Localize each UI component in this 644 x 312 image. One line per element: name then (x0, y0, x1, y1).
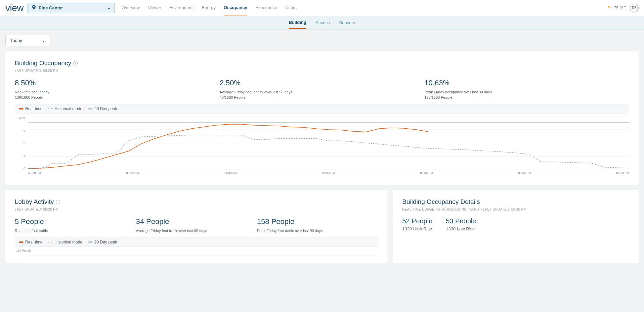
subtab-access[interactable]: Access (316, 17, 330, 29)
last-updated: LAST UPDATED: 08:26 PM (15, 69, 629, 73)
card-title-text: Building Occupancy Details (402, 198, 480, 206)
x-tick: 05:00 PM (518, 171, 531, 177)
nav-tab-environment[interactable]: Environment (169, 0, 194, 15)
stat-label: Average Friday occupancy over last 90 da… (220, 90, 425, 94)
nav-tab-viewer[interactable]: Viewer (148, 0, 161, 15)
top-nav: view Pine Center OverviewViewerEnvironme… (0, 0, 644, 16)
location-label: Pine Center (39, 5, 63, 10)
info-icon[interactable]: i (73, 61, 78, 65)
nav-tab-experience[interactable]: Experience (255, 0, 277, 15)
x-tick: 01:00 PM (322, 171, 335, 177)
last-updated: LAST UPDATED: 08:26 PM (15, 208, 378, 211)
info-icon[interactable]: i (56, 200, 60, 204)
y-tick: 3 (15, 154, 27, 158)
legend-peak[interactable]: 90 Day peak (88, 240, 117, 244)
stat-block: 34 People Average Friday foot traffic ov… (136, 217, 257, 233)
occupancy-chart: 12 %9630 07:00 AM09:00 AM11:00 AM01:00 P… (15, 116, 629, 177)
details-row: 52 People 1330 High Rise53 People 1330 L… (402, 217, 629, 231)
stat-label: Real-time foot traffic (15, 229, 136, 233)
detail-value: 53 People (446, 217, 476, 225)
time-range-select[interactable]: Today (5, 35, 50, 46)
stat-value: 5 People (15, 217, 136, 226)
stat-label: Real-time occupancy (15, 90, 220, 94)
detail-value: 52 People (402, 217, 432, 225)
x-axis: 07:00 AM09:00 AM11:00 AM01:00 PM03:00 PM… (28, 171, 629, 177)
nav-tab-overview[interactable]: Overview (122, 0, 140, 15)
chart-legend: Real-time Historical mode 90 Day peak (15, 104, 629, 114)
x-tick: 11:00 AM (224, 171, 237, 177)
time-range-value: Today (10, 38, 22, 43)
card-title-text: Building Occupancy (15, 59, 71, 67)
brand-logo: view (5, 3, 24, 13)
detail-block: 52 People 1330 High Rise (402, 217, 432, 231)
weather-widget[interactable]: 75.9°F (607, 5, 626, 10)
card-title: Lobby Activity i (15, 198, 378, 206)
x-tick: 09:00 AM (126, 171, 139, 177)
detail-label: 1330 High Rise (402, 226, 432, 231)
sub-tabs: BuildingAccessSensors (0, 16, 644, 30)
nav-tab-occupancy[interactable]: Occupancy (224, 0, 247, 15)
plot-area (28, 116, 629, 170)
stat-block: 158 People Peak Friday foot traffic over… (257, 217, 378, 233)
stat-value: 34 People (136, 217, 257, 226)
stat-value: 8.50% (15, 79, 220, 87)
stat-sub: 40/1600 People (220, 95, 425, 99)
stat-sub: 170/1600 People (424, 95, 629, 99)
y-tick: 12 % (15, 116, 27, 120)
legend-realtime[interactable]: Real-time (19, 240, 42, 244)
stats-row: 5 People Real-time foot traffic34 People… (15, 217, 378, 233)
page-content: Today Building Occupancy i LAST UPDATED:… (0, 30, 644, 274)
temperature-value: 75.9°F (614, 6, 626, 10)
stat-label: Average Friday foot traffic over last 90… (136, 229, 257, 233)
building-occupancy-card: Building Occupancy i LAST UPDATED: 08:26… (5, 51, 639, 185)
stat-value: 158 People (257, 217, 378, 226)
user-initials: RB (632, 6, 637, 10)
lobby-y-top-label: 160 People (16, 249, 378, 252)
svg-point-1 (609, 7, 612, 9)
occupancy-details-card: Building Occupancy Details REAL-TIME USA… (393, 190, 639, 263)
pin-icon (32, 5, 36, 11)
subtab-building[interactable]: Building (289, 16, 306, 29)
stat-label: Peak Friday occupancy over last 90 days (424, 90, 629, 94)
stat-label: Peak Friday foot traffic over last 90 da… (257, 229, 378, 233)
nav-right: 75.9°F RB (607, 4, 639, 12)
stat-block: 10.63% Peak Friday occupancy over last 9… (424, 79, 629, 99)
y-tick: 6 (15, 141, 27, 145)
lobby-peak-line (28, 255, 378, 257)
x-tick: 07:00 AM (28, 171, 41, 177)
y-tick: 0 (15, 167, 27, 170)
chevron-down-icon (107, 5, 111, 10)
x-tick: 07:00 PM (616, 171, 629, 177)
stat-block: 5 People Real-time foot traffic (15, 217, 136, 233)
legend-realtime[interactable]: Real-time (19, 106, 42, 111)
location-selector[interactable]: Pine Center (28, 3, 115, 13)
series-real-time (28, 124, 429, 169)
series-historical-mode (28, 135, 629, 169)
lobby-activity-card: Lobby Activity i LAST UPDATED: 08:26 PM … (5, 190, 387, 263)
user-avatar[interactable]: RB (630, 4, 639, 12)
caret-down-icon (42, 38, 45, 43)
stat-block: 8.50% Real-time occupancy 136/1600 Peopl… (15, 79, 220, 99)
legend-historical[interactable]: Historical mode (48, 106, 82, 111)
legend-historical[interactable]: Historical mode (48, 240, 82, 244)
stat-value: 2.50% (220, 79, 425, 87)
main-tabs: OverviewViewerEnvironmentEnergyOccupancy… (122, 0, 297, 15)
detail-block: 53 People 1330 Low Rise (446, 217, 476, 231)
y-axis: 12 %9630 (15, 116, 27, 170)
subtab-sensors[interactable]: Sensors (339, 17, 355, 29)
x-tick: 03:00 PM (420, 171, 433, 177)
legend-peak[interactable]: 90 Day peak (88, 106, 117, 111)
subtitle: REAL-TIME USAGE TOTAL INCLUDING IN/OUT •… (402, 208, 629, 211)
chart-legend: Real-time Historical mode 90 Day peak (15, 237, 378, 247)
y-tick: 9 (15, 129, 27, 132)
nav-tab-users[interactable]: Users (285, 0, 297, 15)
stat-sub: 136/1600 People (15, 95, 220, 99)
nav-tab-energy[interactable]: Energy (202, 0, 216, 15)
card-title-text: Lobby Activity (15, 198, 54, 206)
stats-row: 8.50% Real-time occupancy 136/1600 Peopl… (15, 79, 629, 99)
card-title: Building Occupancy i (15, 59, 629, 67)
card-title: Building Occupancy Details (402, 198, 629, 206)
weather-icon (607, 5, 613, 10)
stat-block: 2.50% Average Friday occupancy over last… (220, 79, 425, 99)
stat-value: 10.63% (424, 79, 629, 87)
